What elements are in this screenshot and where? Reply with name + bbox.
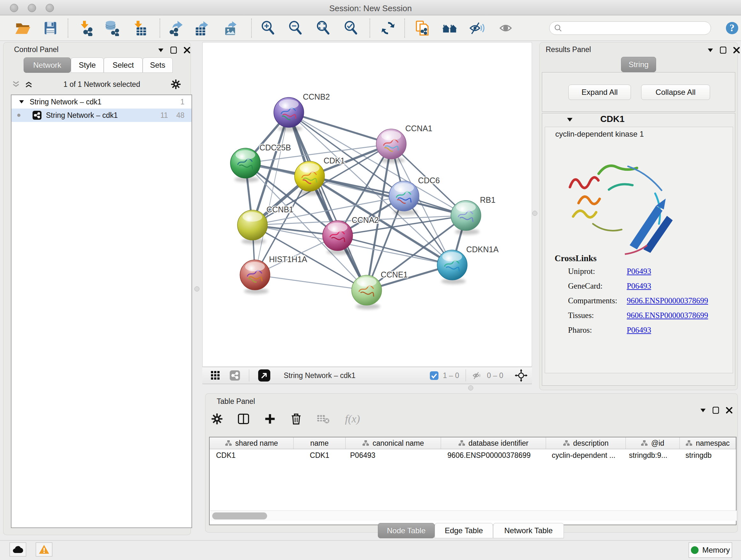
network-node-CCNB1[interactable]: CCNB1 xyxy=(238,205,293,244)
table-cell[interactable]: CDK1 xyxy=(293,451,346,460)
gear-icon[interactable] xyxy=(171,79,181,89)
expand-all-button[interactable]: Expand All xyxy=(568,84,631,100)
network-node-HIST1H1A[interactable]: HIST1H1A xyxy=(240,255,307,294)
import-network-file-button[interactable] xyxy=(77,19,94,37)
crosslink-link[interactable]: P06493 xyxy=(627,282,651,291)
tab-string[interactable]: String xyxy=(621,57,656,72)
collapse-all-button[interactable]: Collapse All xyxy=(641,84,710,100)
zoom-in-button[interactable] xyxy=(259,19,277,37)
crosslink-link[interactable]: P06493 xyxy=(627,267,651,276)
tab-style[interactable]: Style xyxy=(71,57,104,73)
table-cell[interactable]: cyclin-dependent ... xyxy=(546,451,626,460)
table-cell[interactable]: 9606.ENSP00000378699 xyxy=(441,451,546,460)
right-splitter-handle[interactable] xyxy=(532,211,537,216)
network-row[interactable]: String Network – cdk1 11 48 xyxy=(11,109,192,122)
collapse-panel-icon[interactable] xyxy=(708,49,713,52)
window-title: Session: New Session xyxy=(0,3,741,13)
refresh-button[interactable] xyxy=(379,19,397,37)
column-header-canonical-name[interactable]: canonical name xyxy=(346,437,441,449)
show-columns-icon[interactable] xyxy=(238,413,249,425)
export-network-button[interactable] xyxy=(168,19,186,37)
crosslink-link[interactable]: 9606.ENSP00000378699 xyxy=(627,296,708,305)
collapse-panel-icon[interactable] xyxy=(158,49,163,52)
zoom-fit-button[interactable] xyxy=(314,19,332,37)
tree-expander-icon[interactable] xyxy=(19,100,24,104)
left-splitter-handle[interactable] xyxy=(194,287,199,292)
crosslink-link[interactable]: P06493 xyxy=(627,326,651,334)
network-node-CCNB2[interactable]: CCNB2 xyxy=(274,92,330,132)
network-node-CDKN1A[interactable]: CDKN1A xyxy=(437,245,499,284)
column-header-database-identifier[interactable]: database identifier xyxy=(441,437,546,449)
table-cell[interactable]: stringdb:9... xyxy=(626,451,680,460)
open-session-button[interactable] xyxy=(14,19,31,37)
share-view-icon[interactable] xyxy=(230,370,240,381)
function-builder-button[interactable]: f(x) xyxy=(345,413,360,425)
protein-name: CDK1 xyxy=(593,114,631,124)
protein-expander-icon[interactable] xyxy=(567,118,572,122)
tab-edge-table[interactable]: Edge Table xyxy=(434,523,493,538)
search-input[interactable] xyxy=(562,24,703,32)
delete-table-icon[interactable] xyxy=(317,414,330,424)
birdseye-view-button[interactable] xyxy=(258,369,270,381)
network-edge-HIST1H1A-CCNE1[interactable] xyxy=(255,275,367,290)
table-row[interactable]: CDK1CDK1P064939606.ENSP00000378699cyclin… xyxy=(210,449,736,461)
grid-view-icon[interactable] xyxy=(211,371,220,380)
network-edge-CCNB2-CCNA1[interactable] xyxy=(289,112,391,144)
hidden-eye-slash-icon[interactable] xyxy=(472,371,482,380)
warnings-button[interactable] xyxy=(36,543,52,557)
import-network-database-button[interactable] xyxy=(104,19,121,37)
network-canvas[interactable]: CCNB2CCNA1CDC25BCDK1CDC6RB1CCNB1CCNA2CDK… xyxy=(202,42,532,367)
column-header--id[interactable]: @id xyxy=(626,437,680,449)
tab-node-table[interactable]: Node Table xyxy=(378,523,434,538)
table-cell[interactable]: stringdb xyxy=(680,451,736,460)
column-header-description[interactable]: description xyxy=(546,437,626,449)
column-header-shared-name[interactable]: shared name xyxy=(210,437,293,449)
tab-select[interactable]: Select xyxy=(104,57,143,73)
zoom-selected-button[interactable] xyxy=(342,19,360,37)
float-panel-icon[interactable] xyxy=(713,407,719,414)
tab-network[interactable]: Network xyxy=(23,57,71,73)
export-image-button[interactable] xyxy=(222,19,240,37)
database-icon xyxy=(105,20,120,36)
collapse-all-tree-icon[interactable] xyxy=(25,81,32,88)
zoom-out-button[interactable] xyxy=(286,19,304,37)
table-gear-icon[interactable] xyxy=(212,414,222,424)
network-node-CDC25B[interactable]: CDC25B xyxy=(230,143,291,182)
tab-network-table[interactable]: Network Table xyxy=(493,523,564,538)
show-graphics-button[interactable] xyxy=(498,19,516,37)
tab-sets[interactable]: Sets xyxy=(143,57,173,73)
export-table-button[interactable] xyxy=(194,19,212,37)
float-panel-icon[interactable] xyxy=(720,47,726,54)
column-header-name[interactable]: name xyxy=(293,437,346,449)
close-panel-icon[interactable] xyxy=(733,47,740,53)
bottom-splitter-handle[interactable] xyxy=(468,385,473,390)
nested-network-button[interactable] xyxy=(441,19,459,37)
hide-selected-button[interactable] xyxy=(468,19,486,37)
delete-column-icon[interactable] xyxy=(291,413,301,425)
collapse-panel-icon[interactable] xyxy=(700,409,705,412)
network-view[interactable]: CCNB2CCNA1CDC25BCDK1CDC6RB1CCNB1CCNA2CDK… xyxy=(203,43,532,367)
clone-network-button[interactable] xyxy=(413,19,431,37)
column-label: name xyxy=(310,439,329,448)
table-hscrollbar-thumb[interactable] xyxy=(212,512,267,519)
help-button[interactable]: ? xyxy=(723,19,741,37)
expand-all-tree-icon[interactable] xyxy=(12,81,20,88)
cloud-status-button[interactable] xyxy=(10,543,26,557)
save-session-button[interactable] xyxy=(42,19,59,37)
memory-button[interactable]: Memory xyxy=(689,543,732,558)
table-hscrollbar[interactable] xyxy=(210,510,737,521)
network-node-RB1[interactable]: RB1 xyxy=(451,195,495,235)
column-header-namespac[interactable]: namespac xyxy=(680,437,736,449)
table-cell[interactable]: CDK1 xyxy=(210,451,293,460)
add-column-icon[interactable] xyxy=(265,414,275,424)
table-cell[interactable]: P06493 xyxy=(346,451,441,460)
import-table-button[interactable] xyxy=(130,19,148,37)
fit-crosshair-icon[interactable] xyxy=(515,369,528,382)
search-box[interactable] xyxy=(549,21,711,35)
network-collection-row[interactable]: String Network – cdk1 1 xyxy=(11,95,192,109)
close-panel-icon[interactable] xyxy=(184,47,190,53)
float-panel-icon[interactable] xyxy=(171,47,177,54)
close-panel-icon[interactable] xyxy=(726,407,732,414)
crosslink-link[interactable]: 9606.ENSP00000378699 xyxy=(627,311,708,320)
selected-checkbox-icon[interactable] xyxy=(430,371,439,380)
